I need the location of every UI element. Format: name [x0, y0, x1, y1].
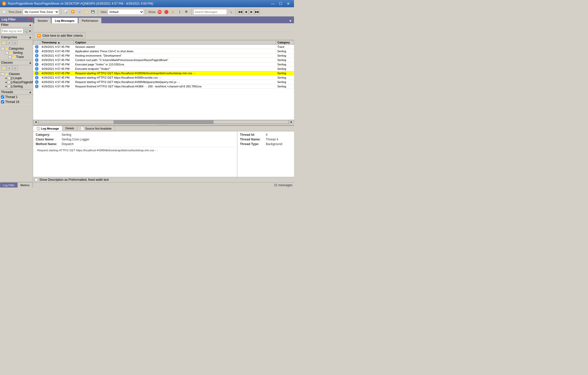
detail-tab-log-message[interactable]: 📋 Log Message [33, 126, 62, 131]
table-row[interactable]: i 4/29/2021 4:57:45 PM Session started T… [33, 45, 294, 49]
filter-label: Filter [1, 23, 9, 27]
tree-serilog[interactable]: ✓ 📁 Serilog [1, 51, 32, 55]
threadtype-value: Background [266, 142, 282, 146]
tree-categories[interactable]: ✓ 📁 Categories [1, 47, 32, 51]
filter-search-button[interactable]: 🔍 [24, 29, 28, 33]
tree-loupe[interactable]: ⊕ ✓ {} Loupe [1, 76, 32, 80]
table-row[interactable]: i 4/29/2021 4:57:45 PM Request starting … [33, 71, 294, 76]
chart-button[interactable]: 📊 [63, 9, 69, 15]
table-row[interactable]: i 4/29/2021 4:57:45 PM Request starting … [33, 80, 294, 84]
refresh-button[interactable]: ↔ [76, 9, 83, 15]
tab-log-filter[interactable]: Log Filter [0, 182, 18, 188]
show-error-button[interactable]: ⛔ [156, 9, 163, 15]
categories-collapse-icon[interactable]: ▲ [29, 35, 32, 39]
col-header-timestamp[interactable]: Timestamp ▲ [40, 40, 74, 45]
show-info-button[interactable]: ℹ [177, 9, 183, 15]
filter-button[interactable]: 🔽 [70, 9, 76, 15]
tab-session[interactable]: Session [34, 18, 51, 23]
row-caption-cell: Request starting HTTP/2 GET https://loca… [74, 76, 276, 80]
classes-folder-btn[interactable]: 📁 [1, 66, 6, 70]
table-row[interactable]: i 4/29/2021 4:57:45 PM Executed page "/I… [33, 62, 294, 67]
list-item[interactable]: Thread 1 [0, 95, 33, 100]
tab-dropdown[interactable]: ▼ [288, 19, 293, 23]
sep4 [191, 9, 192, 15]
nav-first-button[interactable]: ◀◀ [238, 9, 243, 15]
log-table-container[interactable]: Timestamp ▲ Caption Category i 4/29/2021… [33, 40, 294, 120]
table-row[interactable]: i 4/29/2021 4:57:45 PM Application start… [33, 49, 294, 54]
minimize-button[interactable]: — [269, 1, 276, 6]
razorpages-checkbox[interactable]: ✓ [7, 81, 10, 84]
classes-node-label: Classes [9, 72, 20, 76]
filter-dropdown-button[interactable]: ▼ [28, 29, 32, 33]
sep2 [98, 9, 98, 15]
filter-text-input[interactable] [1, 28, 23, 34]
tree-classes[interactable]: ✓ 📁 Classes [1, 72, 32, 76]
categories-checkbox[interactable]: ✓ [1, 47, 4, 50]
filter-collapse-icon[interactable]: ▲ [29, 23, 32, 27]
tab-performance[interactable]: Performance [78, 18, 101, 23]
hscroll-thumb[interactable] [114, 121, 214, 124]
view-select[interactable]: Default [108, 9, 144, 15]
row-timestamp-cell: 4/29/2021 4:57:45 PM [40, 84, 74, 89]
nav-next-button[interactable]: ▶ [249, 9, 254, 15]
thread16-checkbox[interactable] [1, 100, 4, 103]
add-filter-button[interactable]: 🔽 Click here to add filter criteria [34, 33, 85, 39]
save-button[interactable]: 💾 [90, 9, 96, 15]
detail-tab-source[interactable]: 📄 Source Not Available [77, 126, 115, 131]
trace-folder-icon: 📁 [12, 55, 16, 59]
detail-left: Category: Serilog Class Name: Serilog.Co… [33, 131, 237, 177]
hscroll-left-btn[interactable]: ◀ [33, 120, 38, 124]
tab-metrics[interactable]: Metrics [18, 182, 32, 188]
col-header-caption[interactable]: Caption [74, 40, 276, 45]
table-row[interactable]: i 4/29/2021 4:57:45 PM Content root path… [33, 58, 294, 62]
loupe-checkbox[interactable]: ✓ [7, 77, 10, 80]
categories-check-all-btn[interactable]: ✓ [7, 40, 12, 45]
classes-uncheck-all-btn[interactable]: □ [12, 66, 18, 70]
show-settings-button[interactable]: ⚙ [183, 9, 189, 15]
table-row[interactable]: i 4/29/2021 4:57:45 PM Hosting environme… [33, 54, 294, 58]
threadid-label: Thread Id: [240, 133, 266, 137]
preformatted-checkbox[interactable] [35, 178, 38, 181]
row-caption-cell: Session started [74, 45, 276, 49]
row-timestamp-cell: 4/29/2021 4:57:45 PM [40, 54, 74, 58]
search-input[interactable] [193, 9, 227, 15]
classes-check-all-btn[interactable]: ✓ [7, 66, 12, 70]
detail-tab-details[interactable]: Details [62, 126, 78, 131]
folder-button[interactable]: 📁 [83, 9, 89, 15]
close-button[interactable]: ✕ [285, 1, 292, 6]
tree-razorpages[interactable]: ⊕ ✓ {} RazorPagesMovie [1, 80, 32, 84]
hscroll-track[interactable] [38, 120, 289, 124]
categories-uncheck-all-btn[interactable]: □ [12, 40, 18, 45]
list-item[interactable]: Thread 16 [0, 100, 33, 104]
filter-icon: 🔽 [37, 34, 41, 38]
timezone-select[interactable]: My Current Time Zone [23, 9, 59, 15]
tab-log-messages[interactable]: Log Messages [52, 18, 78, 23]
col-header-category[interactable]: Category [276, 40, 294, 45]
row-category-cell: Serilog [276, 67, 294, 71]
classes-checkbox[interactable]: ✓ [1, 72, 4, 76]
pin-icon[interactable]: 📌 [27, 18, 31, 21]
categories-folder-btn[interactable]: 📁 [1, 40, 6, 45]
table-row[interactable]: i 4/29/2021 4:57:45 PM Executed endpoint… [33, 67, 294, 71]
serilog-class-checkbox[interactable]: ✓ [7, 85, 10, 88]
trace-checkbox[interactable]: ✓ [8, 55, 11, 58]
show-warning-button[interactable]: ⚠ [170, 9, 176, 15]
add-filter-label: Click here to add filter criteria [42, 34, 83, 38]
nav-prev-button[interactable]: ◀ [243, 9, 248, 15]
threads-collapse-icon[interactable]: ▲ [29, 90, 32, 94]
maximize-button[interactable]: ☐ [277, 1, 284, 6]
hscroll-right-btn[interactable]: ▶ [289, 120, 294, 124]
search-button[interactable]: 🔍 [227, 9, 234, 15]
nav-last-button[interactable]: ▶▶ [255, 9, 260, 15]
show-critical-button[interactable]: 🔴 [163, 9, 169, 15]
source-icon: 📄 [80, 127, 84, 130]
tree-serilog-class[interactable]: ⊕ ✓ {} Serilog [1, 84, 32, 88]
tree-trace[interactable]: ✓ 📁 Trace [1, 55, 32, 59]
thread1-checkbox[interactable] [1, 95, 4, 99]
table-row[interactable]: i 4/29/2021 4:57:45 PM Request finished … [33, 84, 294, 89]
serilog-checkbox[interactable]: ✓ [5, 51, 8, 54]
row-category-cell: Serilog [276, 71, 294, 76]
classes-collapse-icon[interactable]: ▲ [29, 61, 32, 64]
horizontal-scrollbar[interactable]: ◀ ▶ [33, 120, 294, 124]
table-row[interactable]: i 4/29/2021 4:57:45 PM Request starting … [33, 76, 294, 80]
